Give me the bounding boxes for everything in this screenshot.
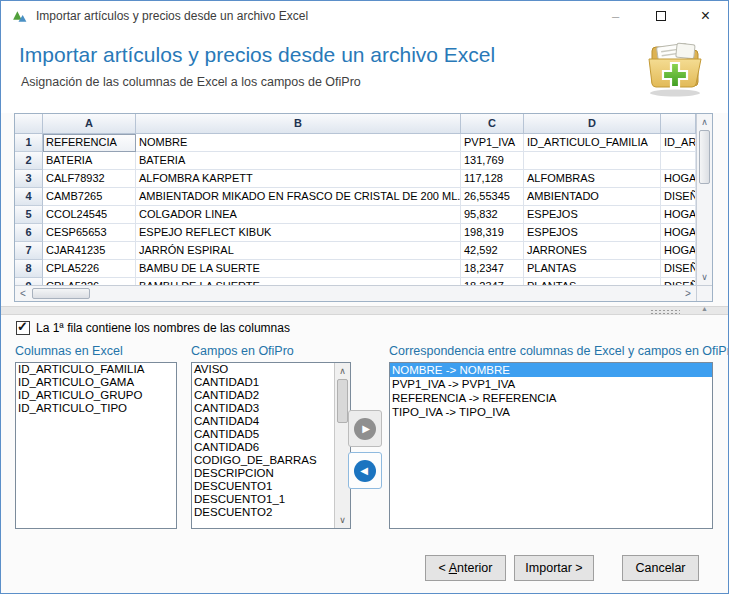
list-item[interactable]: DESCUENTO1: [192, 480, 334, 493]
sheet-cell[interactable]: CPLA5226: [43, 260, 136, 278]
list-item[interactable]: ID_ARTICULO_TIPO: [16, 402, 176, 415]
row-header[interactable]: 6: [15, 224, 43, 242]
cancelar-button[interactable]: Cancelar: [622, 555, 699, 581]
sheet-cell[interactable]: ALFOMBRA KARPETT: [136, 170, 461, 188]
sheet-cell[interactable]: NOMBRE: [136, 134, 461, 152]
list-item[interactable]: ID_ARTICULO_GAMA: [16, 376, 176, 389]
sheet-cell[interactable]: PVP1_IVA: [461, 134, 524, 152]
remove-mapping-button[interactable]: ◀: [348, 452, 382, 489]
sheet-cell[interactable]: AMBIENTADOR MIKADO EN FRASCO DE CRISTAL …: [136, 188, 461, 206]
splitter-grip-icon[interactable]: [650, 309, 680, 315]
sheet-cell[interactable]: 95,832: [461, 206, 524, 224]
scroll-up-icon[interactable]: ∧: [697, 114, 712, 130]
excel-columns-list[interactable]: ID_ARTICULO_FAMILIAID_ARTICULO_GAMAID_AR…: [15, 362, 177, 529]
ofipro-fields-listbox[interactable]: AVISOCANTIDAD1CANTIDAD2CANTIDAD3CANTIDAD…: [191, 362, 351, 529]
row-header[interactable]: 1: [15, 134, 43, 152]
list-item[interactable]: DESCRIPCION: [192, 467, 334, 480]
close-button[interactable]: ×: [683, 1, 728, 31]
add-mapping-button[interactable]: ▶: [348, 410, 382, 447]
sheet-cell[interactable]: ESPEJOS: [524, 224, 661, 242]
sheet-cell[interactable]: [661, 152, 696, 170]
sheet-cell[interactable]: DISEÑ: [661, 188, 696, 206]
sheet-cell[interactable]: 131,769: [461, 152, 524, 170]
sheet-cell[interactable]: HOGA: [661, 224, 696, 242]
sheet-cell[interactable]: ESPEJOS: [524, 206, 661, 224]
sheet-cell[interactable]: 26,55345: [461, 188, 524, 206]
sheet-cell[interactable]: DISEÑ: [661, 278, 696, 285]
list-item[interactable]: TIPO_IVA -> TIPO_IVA: [390, 405, 712, 419]
sheet-cell[interactable]: REFERENCIA: [43, 134, 136, 152]
row-header[interactable]: 7: [15, 242, 43, 260]
sheet-cell[interactable]: BATERIA: [136, 152, 461, 170]
column-header[interactable]: [661, 114, 696, 134]
sheet-cell[interactable]: COLGADOR LINEA: [136, 206, 461, 224]
sheet-cell[interactable]: ID_ARTICULO_FAMILIA: [524, 134, 661, 152]
sheet-cell[interactable]: DISEÑ: [661, 260, 696, 278]
sheet-cell[interactable]: 117,128: [461, 170, 524, 188]
sheet-cell[interactable]: CALF78932: [43, 170, 136, 188]
minimize-button[interactable]: –: [593, 1, 638, 31]
row-header[interactable]: 5: [15, 206, 43, 224]
sheet-cell[interactable]: PLANTAS: [524, 260, 661, 278]
scroll-left-icon[interactable]: <: [15, 286, 31, 302]
ofipro-fields-list[interactable]: AVISOCANTIDAD1CANTIDAD2CANTIDAD3CANTIDAD…: [192, 363, 334, 528]
column-header[interactable]: D: [524, 114, 661, 134]
list-item[interactable]: CANTIDAD3: [192, 402, 334, 415]
row-header[interactable]: 4: [15, 188, 43, 206]
sheet-cell[interactable]: BAMBU DE LA SUERTE: [136, 278, 461, 285]
list-item[interactable]: CANTIDAD2: [192, 389, 334, 402]
sheet-cell[interactable]: CJAR41235: [43, 242, 136, 260]
vertical-scroll-track[interactable]: [697, 184, 712, 269]
maximize-button[interactable]: [638, 1, 683, 31]
horizontal-scroll-thumb[interactable]: [32, 288, 90, 299]
list-item[interactable]: CANTIDAD6: [192, 441, 334, 454]
sheet-cell[interactable]: CESP65653: [43, 224, 136, 242]
sheet-cell[interactable]: HOGA: [661, 242, 696, 260]
splitter-bar[interactable]: ▲: [1, 306, 728, 315]
vertical-scroll-thumb[interactable]: [337, 379, 348, 423]
mapping-list[interactable]: NOMBRE -> NOMBREPVP1_IVA -> PVP1_IVAREFE…: [389, 362, 713, 529]
sheet-cell[interactable]: ESPEJO REFLECT KIBUK: [136, 224, 461, 242]
list-item[interactable]: DESCUENTO1_1: [192, 493, 334, 506]
sheet-cell[interactable]: JARRÓN ESPIRAL: [136, 242, 461, 260]
scroll-right-icon[interactable]: >: [680, 286, 696, 302]
sheet-cell[interactable]: ALFOMBRAS: [524, 170, 661, 188]
anterior-button[interactable]: < Anterior: [425, 555, 506, 581]
sheet-cell[interactable]: HOGA: [661, 206, 696, 224]
list-item[interactable]: AVISO: [192, 363, 334, 376]
scroll-down-icon[interactable]: ∨: [335, 512, 350, 528]
sheet-cell[interactable]: CCOL24545: [43, 206, 136, 224]
sheet-cell[interactable]: CAMB7265: [43, 188, 136, 206]
sheet-cell[interactable]: BAMBU DE LA SUERTE: [136, 260, 461, 278]
column-header[interactable]: B: [136, 114, 461, 134]
sheet-cell[interactable]: 18,2347: [461, 278, 524, 285]
list-item[interactable]: CANTIDAD1: [192, 376, 334, 389]
first-row-checkbox-label[interactable]: La 1ª fila contiene los nombres de las c…: [36, 321, 290, 335]
sheet-cell[interactable]: BATERIA: [43, 152, 136, 170]
sheet-cell[interactable]: 198,319: [461, 224, 524, 242]
list-item[interactable]: CANTIDAD5: [192, 428, 334, 441]
row-header[interactable]: 8: [15, 260, 43, 278]
scroll-down-icon[interactable]: ∨: [697, 269, 712, 285]
list-item[interactable]: REFERENCIA -> REFERENCIA: [390, 391, 712, 405]
first-row-checkbox[interactable]: ✓: [16, 321, 30, 335]
vertical-scroll-thumb[interactable]: [699, 130, 710, 184]
row-header[interactable]: 2: [15, 152, 43, 170]
list-item[interactable]: DESCUENTO2: [192, 506, 334, 519]
column-header[interactable]: C: [461, 114, 524, 134]
row-header[interactable]: 9: [15, 278, 43, 285]
list-item[interactable]: ID_ARTICULO_FAMILIA: [16, 363, 176, 376]
list-item[interactable]: CANTIDAD4: [192, 415, 334, 428]
splitter-collapse-icon[interactable]: ▲: [701, 305, 708, 312]
list-item[interactable]: ID_ARTICULO_GRUPO: [16, 389, 176, 402]
sheet-horizontal-scrollbar[interactable]: < >: [15, 285, 712, 301]
sheet-corner[interactable]: [15, 114, 43, 134]
list-item[interactable]: PVP1_IVA -> PVP1_IVA: [390, 377, 712, 391]
list-item[interactable]: CODIGO_DE_BARRAS: [192, 454, 334, 467]
sheet-cell[interactable]: 18,2347: [461, 260, 524, 278]
list-item[interactable]: NOMBRE -> NOMBRE: [390, 363, 712, 377]
sheet-cell[interactable]: CPLA5226: [43, 278, 136, 285]
scroll-up-icon[interactable]: ∧: [335, 363, 350, 379]
first-row-option[interactable]: ✓ La 1ª fila contiene los nombres de las…: [16, 321, 290, 335]
sheet-cell[interactable]: ID_AR: [661, 134, 696, 152]
